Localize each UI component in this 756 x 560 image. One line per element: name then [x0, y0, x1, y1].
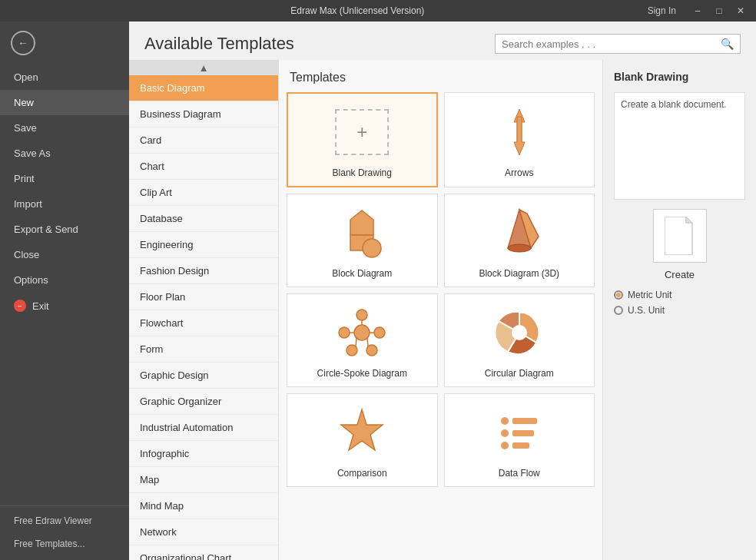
template-card-blank-drawing[interactable]: + Blank Drawing: [287, 92, 438, 187]
template-label-comparison: Comparison: [337, 468, 387, 479]
template-card-circle-spoke[interactable]: Circle-Spoke Diagram: [287, 293, 438, 387]
comparison-svg: [335, 406, 389, 459]
sidebar-item-exit[interactable]: − Exit: [0, 293, 129, 319]
right-panel: Blank Drawing Create a blank document. C…: [602, 60, 756, 560]
circle-spoke-icon: [331, 302, 393, 363]
minimize-button[interactable]: –: [688, 3, 707, 18]
category-item-engineering[interactable]: Engineering: [129, 232, 278, 258]
templates-panel: Templates + Blank Drawing: [279, 60, 602, 560]
main-header: Available Templates 🔍: [129, 22, 756, 60]
comparison-icon: [331, 402, 393, 463]
category-item-flowchart[interactable]: Flowchart: [129, 310, 278, 336]
sidebar-item-options[interactable]: Options: [0, 267, 129, 293]
create-btn-area: Create: [614, 209, 745, 280]
category-item-map[interactable]: Map: [129, 467, 278, 493]
sidebar-item-import[interactable]: Import: [0, 191, 129, 217]
template-card-arrows[interactable]: Arrows: [444, 92, 595, 187]
metric-unit-radio[interactable]: [614, 290, 623, 300]
category-item-mind-map[interactable]: Mind Map: [129, 493, 278, 519]
svg-point-11: [374, 327, 385, 338]
sidebar-item-open[interactable]: Open: [0, 65, 129, 90]
category-item-form[interactable]: Form: [129, 336, 278, 363]
category-item-org-chart[interactable]: Organizational Chart: [129, 545, 278, 560]
category-item-infographic[interactable]: Infographic: [129, 441, 278, 467]
template-card-circular-diagram[interactable]: Circular Diagram: [444, 293, 595, 387]
create-button[interactable]: Create: [665, 269, 695, 280]
category-item-business-diagram[interactable]: Business Diagram: [129, 101, 278, 128]
svg-point-19: [512, 325, 527, 340]
template-label-block-diagram: Block Diagram: [332, 268, 392, 279]
preview-box: Create a blank document.: [614, 92, 745, 200]
category-item-clip-art[interactable]: Clip Art: [129, 180, 278, 206]
block-diagram-3d-icon: [489, 202, 550, 263]
template-card-comparison[interactable]: Comparison: [287, 393, 438, 487]
create-icon-box: [653, 209, 707, 263]
block-diagram-3d-svg: [492, 206, 546, 260]
sidebar-item-new[interactable]: New: [0, 90, 129, 115]
category-item-database[interactable]: Database: [129, 206, 278, 232]
search-input[interactable]: [502, 38, 721, 50]
us-unit-label: U.S. Unit: [628, 305, 665, 316]
app-body: ← Open New Save Save As Print Import Exp…: [0, 22, 756, 560]
svg-rect-26: [512, 442, 529, 449]
sidebar-item-free-viewer[interactable]: Free Edraw Viewer: [0, 509, 129, 532]
svg-point-25: [501, 442, 509, 449]
template-label-circle-spoke: Circle-Spoke Diagram: [317, 368, 407, 379]
category-item-card[interactable]: Card: [129, 128, 278, 154]
template-card-block-diagram-3d[interactable]: Block Diagram (3D): [444, 194, 595, 287]
metric-unit-radio-fill: [616, 293, 621, 297]
unit-selector: Metric Unit U.S. Unit: [614, 290, 745, 316]
svg-point-21: [501, 417, 509, 425]
template-card-block-diagram[interactable]: Block Diagram: [287, 194, 438, 287]
svg-point-23: [501, 429, 509, 437]
page-title: Available Templates: [144, 34, 294, 54]
sidebar-item-export-send[interactable]: Export & Send: [0, 217, 129, 242]
category-item-basic-diagram[interactable]: Basic Diagram: [129, 75, 278, 101]
category-item-floor-plan[interactable]: Floor Plan: [129, 284, 278, 310]
category-scroll-up[interactable]: ▲: [129, 60, 278, 75]
templates-grid: + Blank Drawing: [287, 92, 595, 487]
block-diagram-icon: [331, 202, 393, 263]
category-item-graphic-organizer[interactable]: Graphic Organizer: [129, 389, 278, 415]
svg-marker-28: [686, 217, 692, 223]
us-unit-option[interactable]: U.S. Unit: [614, 305, 745, 316]
sidebar-item-close[interactable]: Close: [0, 242, 129, 267]
close-button[interactable]: ✕: [731, 3, 750, 18]
category-item-fashion-design[interactable]: Fashion Design: [129, 258, 278, 284]
svg-point-9: [356, 310, 367, 320]
template-card-data-flow[interactable]: Data Flow: [444, 393, 595, 487]
svg-marker-2: [350, 210, 373, 235]
templates-header: Templates: [287, 68, 595, 92]
svg-point-17: [339, 327, 350, 338]
sidebar-item-save[interactable]: Save: [0, 115, 129, 141]
sign-in-link[interactable]: Sign In: [648, 5, 676, 16]
sidebar-item-save-as[interactable]: Save As: [0, 141, 129, 166]
search-box[interactable]: 🔍: [495, 34, 741, 54]
maximize-button[interactable]: □: [710, 3, 728, 18]
template-label-blank-drawing: Blank Drawing: [333, 167, 392, 178]
data-flow-icon: [489, 402, 550, 463]
back-circle-icon: ←: [11, 31, 35, 55]
svg-line-14: [367, 338, 368, 346]
category-item-chart[interactable]: Chart: [129, 154, 278, 180]
sidebar-item-free-templates[interactable]: Free Templates...: [0, 532, 129, 555]
sidebar-nav: Open New Save Save As Print Import Expor…: [0, 65, 129, 498]
arrows-svg: [492, 105, 546, 159]
circular-diagram-icon: [489, 302, 550, 363]
template-label-data-flow: Data Flow: [499, 468, 540, 479]
exit-icon: −: [14, 300, 26, 312]
metric-unit-option[interactable]: Metric Unit: [614, 290, 745, 300]
window-controls: – □ ✕: [688, 3, 750, 18]
category-item-graphic-design[interactable]: Graphic Design: [129, 363, 278, 389]
sidebar-footer: Free Edraw Viewer Free Templates...: [0, 498, 129, 560]
us-unit-radio[interactable]: [614, 306, 623, 315]
category-item-industrial-automation[interactable]: Industrial Automation: [129, 415, 278, 441]
back-button[interactable]: ←: [0, 22, 129, 65]
template-label-block-diagram-3d: Block Diagram (3D): [479, 268, 559, 279]
svg-point-13: [366, 345, 377, 356]
exit-label: Exit: [32, 300, 49, 312]
metric-unit-label: Metric Unit: [628, 290, 671, 300]
category-item-network[interactable]: Network: [129, 519, 278, 545]
sidebar-item-print[interactable]: Print: [0, 166, 129, 191]
svg-line-16: [356, 338, 356, 346]
